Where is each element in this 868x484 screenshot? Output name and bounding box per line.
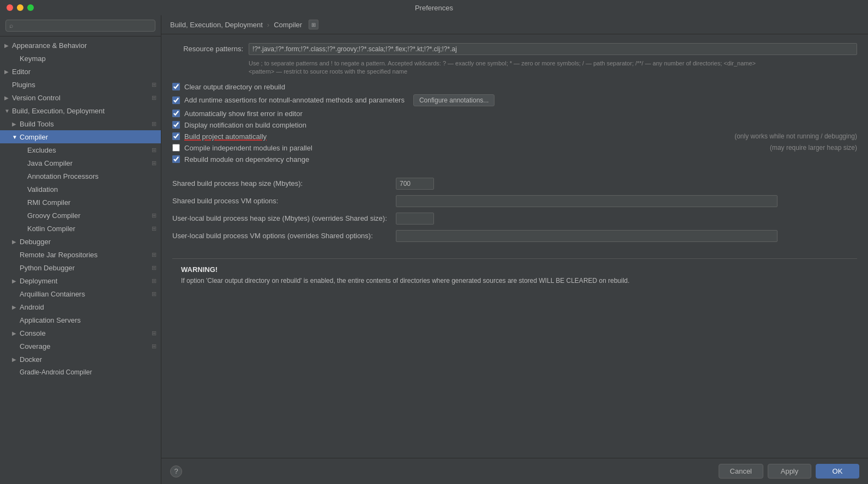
sidebar-item-arquillian[interactable]: Arquillian Containers ⊞	[0, 287, 161, 300]
build-auto-checkbox[interactable]	[172, 132, 180, 140]
sidebar-item-label: Compiler	[20, 133, 156, 141]
sidebar-item-gradle-android[interactable]: Gradle-Android Compiler	[0, 366, 161, 379]
right-panel: Build, Execution, Deployment › Compiler …	[161, 15, 868, 484]
breadcrumb-current: Compiler	[274, 21, 302, 29]
settings-icon: ⊞	[152, 251, 156, 258]
arrow-icon: ▶	[12, 239, 20, 245]
sidebar-item-label: Docker	[20, 355, 156, 364]
sidebar-item-app-servers[interactable]: Application Servers	[0, 313, 161, 326]
apply-button[interactable]: Apply	[768, 464, 811, 479]
sidebar-item-version-control[interactable]: ▶ Version Control ⊞	[0, 91, 161, 104]
clear-output-checkbox[interactable]	[172, 83, 180, 90]
sidebar-item-coverage[interactable]: Coverage ⊞	[0, 340, 161, 353]
maximize-button[interactable]	[27, 4, 34, 11]
settings-icon: ⊞	[152, 264, 156, 271]
breadcrumb-separator: ›	[267, 21, 269, 29]
warning-section: WARNING! If option 'Clear output directo…	[172, 258, 857, 292]
help-button[interactable]: ?	[170, 465, 182, 477]
sidebar-item-java-compiler[interactable]: Java Compiler ⊞	[0, 156, 161, 170]
sidebar-item-keymap[interactable]: Keymap	[0, 52, 161, 65]
runtime-assertions-row: Add runtime assertions for notnull-annot…	[172, 94, 857, 106]
sidebar-item-label: Debugger	[20, 238, 156, 246]
build-auto-label: Build project automatically	[184, 132, 267, 141]
notification-build-checkbox[interactable]	[172, 121, 180, 129]
cancel-button[interactable]: Cancel	[719, 464, 763, 479]
rebuild-dependency-checkbox[interactable]	[172, 155, 180, 163]
titlebar: Preferences	[0, 0, 868, 15]
user-heap-input[interactable]	[396, 213, 434, 225]
user-vm-input[interactable]	[396, 230, 777, 242]
shared-vm-label: Shared build process VM options:	[172, 197, 390, 205]
arrow-icon: ▶	[4, 43, 12, 49]
sidebar-item-groovy-compiler[interactable]: Groovy Compiler ⊞	[0, 209, 161, 222]
sidebar-item-label: Arquillian Containers	[20, 290, 152, 298]
sidebar-item-label: Version Control	[12, 94, 152, 102]
shared-vm-input[interactable]	[396, 195, 777, 207]
sidebar-item-label: Gradle-Android Compiler	[20, 368, 156, 376]
build-auto-row: Build project automatically (only works …	[172, 132, 857, 141]
settings-icon: ⊞	[152, 81, 156, 88]
sidebar-item-label: Kotlin Compiler	[27, 225, 152, 233]
sidebar-item-docker[interactable]: ▶ Docker	[0, 353, 161, 366]
ok-button[interactable]: OK	[816, 464, 859, 479]
sidebar-item-label: Console	[20, 329, 152, 337]
sidebar-item-deployment[interactable]: ▶ Deployment ⊞	[0, 274, 161, 287]
sidebar-item-build-tools[interactable]: ▶ Build Tools ⊞	[0, 117, 161, 130]
panel-settings-icon[interactable]: ⊞	[309, 20, 318, 29]
sidebar-item-label: Build, Execution, Deployment	[12, 107, 156, 115]
search-input[interactable]	[5, 20, 155, 32]
arrow-icon: ▶	[12, 121, 20, 127]
resource-hint-line2: <pattern> — restrict to source roots wit…	[249, 68, 407, 75]
resource-patterns-input[interactable]	[249, 43, 857, 55]
show-first-error-row: Automatically show first error in editor	[172, 110, 857, 118]
sidebar-item-label: Appearance & Behavior	[12, 41, 156, 50]
breadcrumb-parent: Build, Execution, Deployment	[170, 21, 263, 29]
sidebar-item-console[interactable]: ▶ Console ⊞	[0, 326, 161, 340]
sidebar-item-rmi-compiler[interactable]: RMI Compiler	[0, 196, 161, 209]
sidebar-item-appearance[interactable]: ▶ Appearance & Behavior	[0, 39, 161, 52]
shared-vm-row: Shared build process VM options:	[172, 195, 857, 207]
settings-icon: ⊞	[152, 225, 156, 232]
rebuild-dependency-label: Rebuild module on dependency change	[184, 155, 309, 164]
sidebar-item-kotlin-compiler[interactable]: Kotlin Compiler ⊞	[0, 222, 161, 235]
compile-parallel-checkbox[interactable]	[172, 144, 180, 152]
build-auto-hint: (only works while not running / debuggin…	[724, 132, 857, 140]
compile-parallel-hint: (may require larger heap size)	[759, 144, 857, 152]
notification-build-row: Display notification on build completion	[172, 121, 857, 129]
sidebar-item-plugins[interactable]: Plugins ⊞	[0, 78, 161, 91]
sidebar-item-validation[interactable]: Validation	[0, 183, 161, 196]
settings-icon: ⊞	[152, 120, 156, 128]
sidebar-item-debugger[interactable]: ▶ Debugger	[0, 235, 161, 248]
warning-title: WARNING!	[181, 265, 848, 274]
sidebar-item-excludes[interactable]: Excludes ⊞	[0, 143, 161, 156]
sidebar-item-compiler[interactable]: ▼ Compiler	[0, 130, 161, 143]
arrow-icon: ▶	[12, 356, 20, 362]
sidebar-item-annotation-processors[interactable]: Annotation Processors	[0, 170, 161, 183]
resource-patterns-label: Resource patterns:	[172, 43, 243, 53]
sidebar-item-label: Java Compiler	[27, 159, 152, 167]
user-vm-row: User-local build process VM options (ove…	[172, 230, 857, 242]
sidebar-item-label: Editor	[12, 68, 156, 76]
shared-heap-label: Shared build process heap size (Mbytes):	[172, 179, 390, 187]
shared-heap-input[interactable]	[396, 178, 434, 190]
show-first-error-checkbox[interactable]	[172, 110, 180, 117]
sidebar-item-label: Validation	[27, 185, 156, 193]
resource-hint-line1: Use ; to separate patterns and ! to nega…	[249, 60, 756, 66]
sidebar-item-editor[interactable]: ▶ Editor	[0, 65, 161, 78]
settings-icon: ⊞	[152, 94, 156, 101]
close-button[interactable]	[7, 4, 13, 11]
sidebar-item-remote-jar[interactable]: Remote Jar Repositories ⊞	[0, 248, 161, 261]
sidebar-item-label: Deployment	[20, 277, 152, 285]
sidebar-item-build-exec-deploy[interactable]: ▼ Build, Execution, Deployment	[0, 104, 161, 117]
window-title: Preferences	[415, 4, 453, 12]
sidebar-item-python-debugger[interactable]: Python Debugger ⊞	[0, 261, 161, 274]
sidebar-item-label: Keymap	[20, 55, 156, 63]
clear-output-label: Clear output directory on rebuild	[184, 83, 285, 91]
sidebar-item-label: Remote Jar Repositories	[20, 251, 152, 259]
minimize-button[interactable]	[17, 4, 23, 11]
sidebar-item-label: Android	[20, 303, 156, 311]
runtime-assertions-checkbox[interactable]	[172, 96, 180, 104]
configure-annotations-button[interactable]: Configure annotations...	[413, 94, 495, 106]
arrow-icon: ▼	[12, 134, 20, 140]
sidebar-item-android[interactable]: ▶ Android	[0, 300, 161, 313]
